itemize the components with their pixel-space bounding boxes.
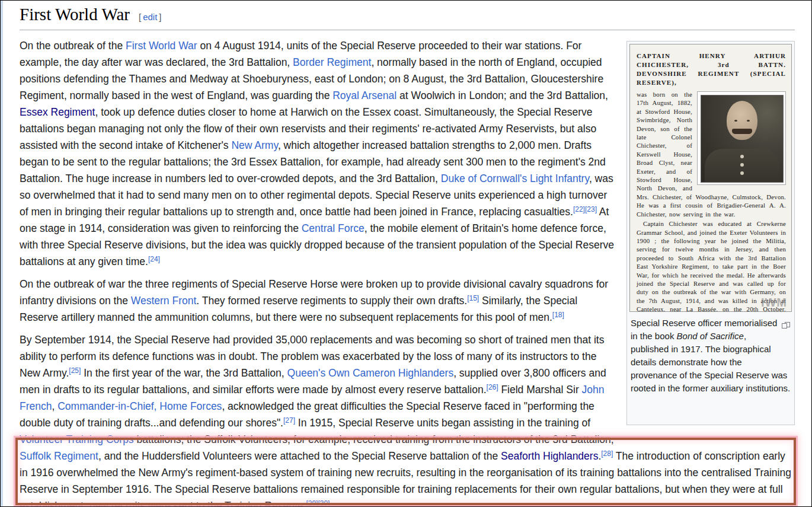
citation-sup[interactable]: [25] — [69, 366, 81, 375]
italic-text: Bond of Sacrifice — [677, 331, 744, 341]
page-title: First World War — [20, 5, 130, 24]
edit-bracket-close: ] — [159, 12, 161, 22]
citation-sup[interactable]: [30] — [318, 499, 330, 507]
wiki-link[interactable]: Duke of Cornwall's Light Infantry — [441, 173, 589, 184]
wiki-link[interactable]: Central Force — [302, 222, 365, 234]
wiki-link[interactable]: Seaforth Highlanders — [501, 450, 598, 462]
wiki-link[interactable]: New Army — [231, 139, 277, 151]
wiki-link[interactable]: Commander-in-Chief, Home Forces — [57, 400, 222, 412]
citation-ref[interactable]: [22] — [573, 205, 585, 213]
text-run: at Woolwich in London; and the 3rd Batta… — [397, 90, 608, 101]
citation-ref[interactable]: [24] — [148, 255, 160, 263]
expand-icon[interactable] — [782, 319, 791, 332]
wiki-link[interactable]: Suffolk Regiment — [20, 450, 98, 462]
citation-ref[interactable]: [28] — [601, 449, 613, 458]
uniform-button — [740, 155, 744, 158]
wiki-link[interactable]: Essex Regiment — [20, 106, 95, 118]
citation-ref[interactable]: [15] — [467, 294, 479, 302]
text-run: battalions; the Suffolk Volunteers, for … — [134, 433, 614, 445]
citation-ref[interactable]: [25] — [69, 366, 81, 375]
citation-sup[interactable]: [15] — [467, 294, 479, 302]
citation-sup[interactable]: [24] — [148, 255, 160, 263]
citation-ref[interactable]: [29] — [306, 499, 318, 507]
text-run: Field Marshal Sir — [498, 384, 582, 396]
bond-of-sacrifice-scan[interactable]: CAPTAIN HENRY ARTHUR CHICHESTER, 3rd BAT… — [629, 44, 792, 312]
portrait-mustache — [732, 129, 752, 134]
citation-sup[interactable]: [27] — [283, 416, 295, 425]
citation-sup[interactable]: [22] — [573, 205, 585, 213]
citation-sup[interactable]: [18] — [552, 311, 564, 319]
text-run: , — [52, 400, 57, 412]
article-content: First World War[edit] CAPTAIN HENRY ARTH… — [1, 1, 811, 507]
text-run: . They formed reserve regiments to suppl… — [196, 295, 467, 307]
edit-bracket-open: [ — [139, 12, 141, 22]
citation-ref[interactable]: [27] — [283, 416, 295, 425]
text-run: In 1915, Special Reserve units began ass… — [295, 417, 590, 429]
text-run: In the first year of the war, the 3rd Ba… — [81, 367, 287, 379]
citation-ref[interactable]: [23] — [585, 205, 597, 213]
portrait-uniform — [705, 149, 779, 182]
article-paragraphs: CAPTAIN HENRY ARTHUR CHICHESTER, 3rd BAT… — [20, 37, 795, 507]
uniform-button — [740, 171, 744, 175]
portrait-eye — [734, 120, 737, 122]
officer-portrait-photo — [697, 91, 786, 185]
wiki-link[interactable]: Western Front — [131, 295, 197, 307]
citation-sup[interactable]: [28] — [601, 449, 613, 458]
portrait-head — [727, 101, 757, 140]
portrait-eye — [747, 120, 750, 122]
thumb-caption-text: Special Reserve officer memorialised in … — [631, 318, 790, 393]
citation-sup[interactable]: [29] — [306, 499, 318, 507]
iwm-watermark: IWM — [761, 296, 787, 310]
citation-sup[interactable]: [23] — [585, 205, 597, 213]
text-run: On the outbreak of the — [20, 40, 126, 52]
wikipedia-article-page: First World War[edit] CAPTAIN HENRY ARTH… — [0, 0, 812, 507]
thumbnail-box: CAPTAIN HENRY ARTHUR CHICHESTER, 3rd BAT… — [626, 41, 795, 425]
citation-sup[interactable]: [26] — [487, 383, 498, 391]
citation-ref[interactable]: [26] — [487, 383, 498, 391]
section-heading: First World War[edit] — [20, 4, 795, 30]
wiki-link[interactable]: First World War — [126, 40, 197, 52]
portrait-image — [701, 95, 784, 183]
citation-ref[interactable]: [18] — [552, 311, 564, 319]
content-left-border — [1, 1, 3, 506]
citation-ref[interactable]: [30] — [318, 499, 330, 507]
edit-link[interactable]: edit — [143, 12, 157, 22]
wiki-link[interactable]: Border Regiment — [293, 56, 371, 68]
wiki-link[interactable]: Volunteer Training Corps — [20, 433, 134, 445]
wiki-link[interactable]: Queen's Own Cameron Highlanders — [287, 367, 454, 379]
edit-section: [edit] — [137, 12, 164, 22]
text-run: , and the Huddersfield Volunteers were a… — [98, 450, 501, 462]
wiki-link[interactable]: Royal Arsenal — [333, 90, 397, 101]
scan-header-text: CAPTAIN HENRY ARTHUR CHICHESTER, 3rd BAT… — [637, 52, 786, 87]
uniform-button — [740, 163, 744, 167]
thumb-caption: Special Reserve officer memorialised in … — [631, 317, 791, 395]
